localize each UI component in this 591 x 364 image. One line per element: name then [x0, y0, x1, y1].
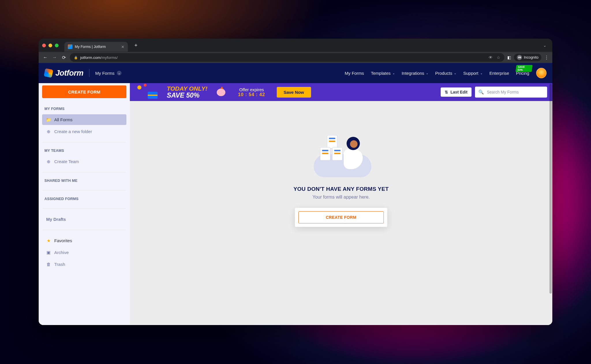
empty-title: YOU DON'T HAVE ANY FORMS YET — [293, 186, 389, 192]
chevron-down-icon: ⌄ — [454, 72, 456, 75]
promo-offer: Offer expires 10 : 54 : 42 — [238, 87, 265, 97]
sidebar-item-favorites[interactable]: ★ Favorites — [42, 235, 126, 246]
chevron-down-icon: ⌄ — [480, 72, 482, 75]
main-content: YOU DON'T HAVE ANY FORMS YET Your forms … — [130, 101, 552, 325]
nav-my-forms[interactable]: My Forms — [345, 71, 364, 76]
brand-logo[interactable]: Jotform — [44, 69, 83, 78]
eye-off-icon[interactable]: 👁 — [489, 55, 493, 60]
sidebar-divider — [43, 208, 126, 209]
create-form-cta-button[interactable]: CREATE FORM — [298, 211, 384, 223]
nav-label: Integrations — [402, 71, 424, 76]
app-body: CREATE FORM MY FORMS 📁 All Forms ⊕ Creat… — [39, 83, 552, 325]
promo-bar: TODAY ONLY! SAVE 50% Offer expires 10 : … — [130, 83, 552, 101]
nav-label: Enterprise — [489, 71, 509, 76]
promo-text: TODAY ONLY! SAVE 50% — [167, 85, 207, 99]
plus-circle-icon: ⊕ — [46, 129, 51, 134]
create-form-button[interactable]: CREATE FORM — [42, 85, 126, 98]
scrollbar[interactable] — [549, 84, 552, 322]
sidebar-item-create-folder[interactable]: ⊕ Create a new folder — [42, 126, 126, 137]
chevron-down-icon: ⌄ — [392, 72, 395, 75]
create-form-cta-label: CREATE FORM — [326, 215, 356, 220]
save-now-label: Save Now — [284, 90, 304, 95]
lock-icon: 🔒 — [74, 56, 78, 59]
workspace-label: My Forms — [95, 71, 115, 76]
search-field[interactable]: 🔍 — [475, 87, 547, 98]
back-button[interactable]: ← — [42, 55, 48, 60]
sidebar-item-trash[interactable]: 🗑 Trash — [42, 259, 126, 270]
trash-icon: 🗑 — [46, 262, 51, 267]
header-nav: My Forms Templates⌄ Integrations⌄ Produc… — [345, 68, 547, 78]
tab-title: My Forms | Jotform — [75, 45, 106, 49]
browser-toolbar: ← → ⟳ 🔒 jotform.com/myforms/ 👁 ☆ ◧ 🕶 Inc… — [39, 52, 552, 63]
sidebar-divider — [43, 142, 126, 142]
last-edit-button[interactable]: ⇅ Last Edit — [441, 87, 472, 97]
promo-line1: TODAY ONLY! — [167, 85, 207, 92]
scrollbar-thumb[interactable] — [549, 84, 552, 294]
sidebar-divider — [43, 190, 126, 191]
app-header: Jotform My Forms ⌄ My Forms Templates⌄ I… — [39, 63, 552, 83]
sidebar-item-drafts[interactable]: My Drafts — [42, 214, 126, 225]
forward-button[interactable]: → — [51, 55, 58, 60]
nav-templates[interactable]: Templates⌄ — [371, 71, 394, 76]
chevron-down-icon: ⌄ — [426, 72, 428, 75]
sidebar-item-all-forms[interactable]: 📁 All Forms — [42, 114, 126, 125]
window-minimize-button[interactable] — [48, 44, 52, 47]
offer-countdown: 10 : 54 : 42 — [238, 92, 265, 97]
sidebar-divider — [43, 230, 126, 230]
nav-integrations[interactable]: Integrations⌄ — [402, 71, 428, 76]
address-bar[interactable]: 🔒 jotform.com/myforms/ 👁 ☆ — [70, 53, 504, 62]
tab-close-button[interactable]: ✕ — [121, 45, 124, 49]
nav-label: My Forms — [345, 71, 364, 76]
desktop-wallpaper: My Forms | Jotform ✕ + ⌄ ← → ⟳ 🔒 jotform… — [0, 0, 591, 364]
browser-tab[interactable]: My Forms | Jotform ✕ — [64, 42, 128, 52]
nav-products[interactable]: Products⌄ — [435, 71, 456, 76]
promo-art-icon — [135, 83, 162, 101]
sidebar-item-label: Create a new folder — [54, 129, 92, 134]
sidebar-item-archive[interactable]: ▣ Archive — [42, 247, 126, 258]
archive-icon: ▣ — [46, 250, 51, 255]
sidebar-item-label: Trash — [54, 262, 65, 267]
save-now-button[interactable]: Save Now — [277, 87, 311, 98]
workspace-dropdown[interactable]: My Forms ⌄ — [95, 71, 121, 76]
empty-state: YOU DON'T HAVE ANY FORMS YET Your forms … — [293, 135, 389, 227]
bookmark-icon[interactable]: ☆ — [497, 55, 500, 60]
brand-name: Jotform — [55, 69, 83, 78]
section-my-forms: MY FORMS — [44, 107, 124, 111]
main-area: TODAY ONLY! SAVE 50% Offer expires 10 : … — [130, 83, 552, 325]
nav-support[interactable]: Support⌄ — [463, 71, 482, 76]
sidebar-item-label: Archive — [54, 250, 69, 255]
panel-icon[interactable]: ◧ — [507, 55, 511, 60]
nav-pricing[interactable]: SAVE 50% Pricing — [516, 71, 529, 76]
browser-window: My Forms | Jotform ✕ + ⌄ ← → ⟳ 🔒 jotform… — [39, 39, 552, 325]
sidebar-item-create-team[interactable]: ⊕ Create Team — [42, 156, 126, 167]
sidebar-item-label: My Drafts — [46, 217, 66, 222]
window-maximize-button[interactable] — [55, 44, 59, 47]
section-assigned[interactable]: ASSIGNED FORMS — [44, 197, 124, 201]
nav-label: Products — [435, 71, 452, 76]
incognito-indicator[interactable]: 🕶 Incognito — [514, 54, 541, 61]
nav-label: Templates — [371, 71, 390, 76]
incognito-label: Incognito — [524, 55, 538, 59]
empty-illustration — [311, 135, 371, 177]
piggy-bank-icon — [216, 86, 227, 98]
new-tab-button[interactable]: + — [132, 41, 140, 49]
tab-list-button[interactable]: ⌄ — [541, 43, 549, 48]
avatar[interactable] — [536, 68, 547, 78]
incognito-icon: 🕶 — [517, 55, 522, 60]
search-icon: 🔍 — [478, 89, 484, 95]
promo-line2: SAVE 50% — [167, 92, 207, 99]
sort-icon: ⇅ — [445, 90, 448, 94]
sidebar-item-label: All Forms — [54, 117, 72, 122]
reload-button[interactable]: ⟳ — [61, 55, 67, 60]
page-viewport: Jotform My Forms ⌄ My Forms Templates⌄ I… — [39, 63, 552, 325]
nav-enterprise[interactable]: Enterprise — [489, 71, 509, 76]
section-shared[interactable]: SHARED WITH ME — [44, 179, 124, 183]
window-close-button[interactable] — [42, 44, 46, 47]
chevron-down-icon: ⌄ — [117, 71, 121, 75]
nav-label: Support — [463, 71, 478, 76]
sidebar: CREATE FORM MY FORMS 📁 All Forms ⊕ Creat… — [39, 83, 130, 325]
search-input[interactable] — [487, 90, 544, 94]
create-form-label: CREATE FORM — [68, 89, 100, 94]
browser-menu-button[interactable]: ⋮ — [544, 55, 549, 60]
sidebar-divider — [43, 172, 126, 172]
